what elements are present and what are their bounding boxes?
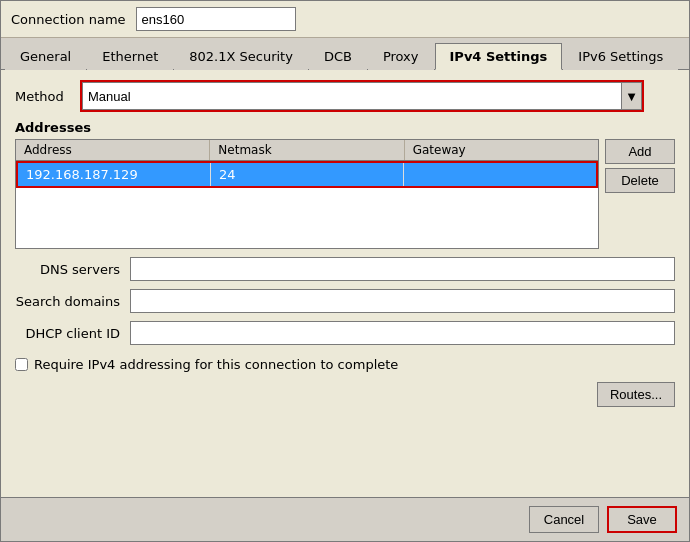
tab-dcb[interactable]: DCB xyxy=(309,43,367,70)
tab-general[interactable]: General xyxy=(5,43,86,70)
dns-servers-label: DNS servers xyxy=(15,262,120,277)
dhcp-client-id-row: DHCP client ID xyxy=(15,321,675,345)
tab-8021x[interactable]: 802.1X Security xyxy=(174,43,308,70)
content-area: Method Manual Automatic (DHCP) Link-Loca… xyxy=(1,70,689,497)
cell-address: 192.168.187.129 xyxy=(18,163,211,186)
method-label: Method xyxy=(15,89,70,104)
method-select[interactable]: Manual Automatic (DHCP) Link-Local Only … xyxy=(82,82,622,110)
tab-ethernet[interactable]: Ethernet xyxy=(87,43,173,70)
dns-servers-input[interactable] xyxy=(130,257,675,281)
require-ipv4-row: Require IPv4 addressing for this connect… xyxy=(15,357,675,372)
tab-ipv4[interactable]: IPv4 Settings xyxy=(435,43,563,70)
dhcp-client-id-input[interactable] xyxy=(130,321,675,345)
connection-name-bar: Connection name xyxy=(1,1,689,38)
table-header: Address Netmask Gateway xyxy=(16,140,598,161)
tabs-bar: General Ethernet 802.1X Security DCB Pro… xyxy=(1,38,689,70)
require-ipv4-label: Require IPv4 addressing for this connect… xyxy=(34,357,398,372)
save-button[interactable]: Save xyxy=(607,506,677,533)
bottom-bar: Cancel Save xyxy=(1,497,689,541)
connection-name-label: Connection name xyxy=(11,12,126,27)
col-gateway: Gateway xyxy=(405,140,598,160)
addresses-table-container: Address Netmask Gateway 192.168.187.129 … xyxy=(15,139,675,249)
delete-button[interactable]: Delete xyxy=(605,168,675,193)
cell-netmask: 24 xyxy=(211,163,404,186)
addresses-section: Addresses Address Netmask Gateway 192.16… xyxy=(15,120,675,249)
dns-servers-row: DNS servers xyxy=(15,257,675,281)
require-ipv4-checkbox[interactable] xyxy=(15,358,28,371)
col-netmask: Netmask xyxy=(210,140,404,160)
addresses-title: Addresses xyxy=(15,120,675,135)
main-window: Connection name General Ethernet 802.1X … xyxy=(0,0,690,542)
table-buttons: Add Delete xyxy=(605,139,675,249)
method-combo-wrapper: Manual Automatic (DHCP) Link-Local Only … xyxy=(80,80,644,112)
search-domains-input[interactable] xyxy=(130,289,675,313)
addresses-table: Address Netmask Gateway 192.168.187.129 … xyxy=(15,139,599,249)
col-address: Address xyxy=(16,140,210,160)
tab-proxy[interactable]: Proxy xyxy=(368,43,434,70)
add-button[interactable]: Add xyxy=(605,139,675,164)
table-row[interactable]: 192.168.187.129 24 xyxy=(16,161,598,188)
method-row: Method Manual Automatic (DHCP) Link-Loca… xyxy=(15,80,675,112)
connection-name-input[interactable] xyxy=(136,7,296,31)
routes-button[interactable]: Routes... xyxy=(597,382,675,407)
method-dropdown-arrow[interactable]: ▼ xyxy=(622,82,642,110)
cell-gateway xyxy=(404,163,596,186)
cancel-button[interactable]: Cancel xyxy=(529,506,599,533)
search-domains-row: Search domains xyxy=(15,289,675,313)
table-body: 192.168.187.129 24 xyxy=(16,161,598,188)
tab-ipv6[interactable]: IPv6 Settings xyxy=(563,43,678,70)
dhcp-client-id-label: DHCP client ID xyxy=(15,326,120,341)
search-domains-label: Search domains xyxy=(15,294,120,309)
routes-row: Routes... xyxy=(15,382,675,407)
